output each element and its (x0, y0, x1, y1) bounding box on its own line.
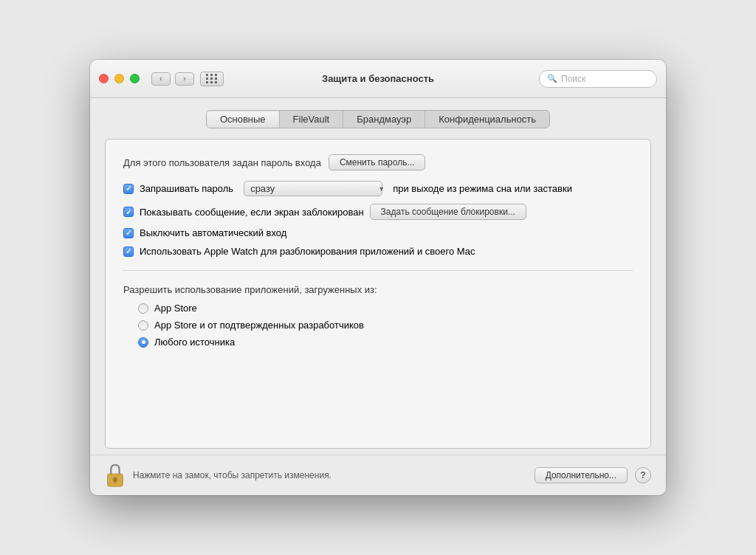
show-message-label: Показывать сообщение, если экран заблоки… (140, 207, 364, 218)
password-label: Для этого пользователя задан пароль вход… (123, 157, 321, 168)
apple-watch-checkbox[interactable] (123, 247, 134, 257)
window-title: Защита и безопасность (322, 73, 434, 84)
change-password-button[interactable]: Сменить пароль... (329, 154, 426, 170)
bottom-right: Дополнительно... ? (535, 467, 651, 483)
radio-anywhere-label: Любого источника (154, 337, 235, 348)
disable-autologin-checkbox[interactable] (123, 228, 134, 238)
ask-password-label-before: Запрашивать пароль (140, 183, 233, 194)
show-message-row: Показывать сообщение, если экран заблоки… (123, 204, 633, 220)
lock-icon[interactable] (105, 463, 126, 488)
ask-password-checkbox[interactable] (123, 184, 134, 194)
downloads-section-label: Разрешить использование приложений, загр… (123, 284, 633, 295)
search-placeholder: Поиск (561, 74, 585, 84)
ask-password-row: Запрашивать пароль сразу через 1 минуту … (123, 181, 633, 196)
apple-watch-label: Использовать Apple Watch для разблокиров… (140, 246, 475, 257)
forward-button[interactable]: › (175, 72, 194, 86)
back-icon: ‹ (159, 75, 162, 83)
tab-firewall[interactable]: Брандмауэр (343, 111, 425, 128)
advanced-button[interactable]: Дополнительно... (535, 467, 628, 483)
radio-app-store-input[interactable] (138, 303, 148, 314)
tab-privacy[interactable]: Конфиденциальность (425, 111, 549, 128)
apple-watch-row: Использовать Apple Watch для разблокиров… (123, 246, 633, 257)
minimize-button[interactable] (114, 74, 124, 83)
nav-buttons: ‹ › (151, 72, 194, 86)
traffic-lights (99, 74, 140, 83)
help-button[interactable]: ? (635, 467, 651, 483)
grid-button[interactable] (200, 72, 224, 86)
search-icon: 🔍 (547, 74, 557, 83)
password-timing-select-wrapper: сразу через 1 минуту через 5 минут через… (238, 181, 388, 196)
forward-icon: › (183, 75, 185, 83)
close-button[interactable] (99, 74, 109, 83)
svg-rect-2 (114, 480, 117, 483)
maximize-button[interactable] (130, 74, 140, 83)
grid-icon (206, 74, 218, 83)
main-panel: Для этого пользователя задан пароль вход… (105, 139, 651, 449)
section-divider (123, 270, 633, 271)
window: ‹ › Защита и безопасность 🔍 Поиск Основн… (90, 60, 666, 495)
radio-app-store: App Store (138, 303, 633, 314)
titlebar: ‹ › Защита и безопасность 🔍 Поиск (90, 60, 666, 98)
disable-autologin-label: Выключить автоматический вход (140, 227, 286, 238)
set-lock-message-button[interactable]: Задать сообщение блокировки... (370, 204, 526, 220)
password-timing-select[interactable]: сразу через 1 минуту через 5 минут через… (244, 181, 382, 196)
disable-autologin-row: Выключить автоматический вход (123, 227, 633, 238)
tab-group: Основные FileVault Брандмауэр Конфиденци… (206, 110, 550, 128)
ask-password-label-after: при выходе из режима сна или заставки (393, 183, 572, 194)
radio-app-store-label: App Store (154, 303, 197, 314)
content-area: Основные FileVault Брандмауэр Конфиденци… (90, 98, 666, 449)
lock-status-text: Нажмите на замок, чтобы запретить измене… (133, 470, 535, 480)
password-row: Для этого пользователя задан пароль вход… (123, 154, 633, 170)
back-button[interactable]: ‹ (151, 72, 171, 86)
tab-general[interactable]: Основные (207, 111, 280, 128)
search-box[interactable]: 🔍 Поиск (539, 70, 657, 88)
tabs: Основные FileVault Брандмауэр Конфиденци… (105, 110, 651, 128)
radio-anywhere: Любого источника (138, 337, 633, 348)
show-message-checkbox[interactable] (123, 207, 134, 217)
radio-anywhere-input[interactable] (138, 337, 148, 348)
radio-app-store-devs-input[interactable] (138, 320, 148, 331)
tab-filevault[interactable]: FileVault (280, 111, 344, 128)
radio-app-store-devs: App Store и от подтвержденных разработчи… (138, 320, 633, 331)
radio-app-store-devs-label: App Store и от подтвержденных разработчи… (154, 320, 364, 331)
bottombar: Нажмите на замок, чтобы запретить измене… (90, 455, 666, 495)
